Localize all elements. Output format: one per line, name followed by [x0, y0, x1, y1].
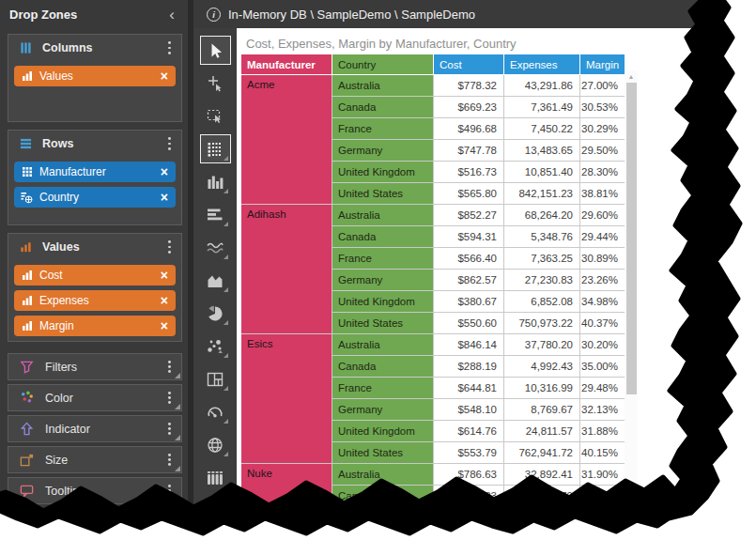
value-cell[interactable]: 32.13% [580, 399, 625, 421]
country-cell[interactable]: Australia [332, 75, 434, 97]
country-cell[interactable]: United States [332, 313, 434, 334]
remove-field-icon[interactable] [160, 165, 169, 178]
field-pill-manufacturer[interactable]: Manufacturer [14, 162, 176, 182]
value-cell[interactable]: 5,348.76 [504, 226, 580, 248]
value-cell[interactable]: $614.76 [434, 421, 504, 442]
field-pill-cost[interactable]: Cost [14, 265, 176, 285]
column-header-expenses[interactable]: Expenses [504, 54, 580, 75]
zone-menu-icon[interactable] [164, 451, 175, 469]
value-cell[interactable]: 40.15% [580, 442, 625, 464]
country-cell[interactable]: Germany [332, 270, 434, 291]
value-cell[interactable]: 29.14% [580, 486, 625, 507]
tool-gauge[interactable] [200, 397, 231, 426]
value-cell[interactable]: 842,151.23 [504, 183, 580, 205]
value-cell[interactable]: 29.48% [580, 378, 625, 399]
value-cell[interactable]: 30.53% [580, 97, 625, 118]
zone-tooltip[interactable]: Tooltip [8, 477, 182, 504]
value-cell[interactable]: 7,450.22 [504, 118, 580, 140]
value-cell[interactable]: $566.40 [434, 248, 504, 270]
value-cell[interactable]: 31.88% [580, 421, 625, 442]
value-cell[interactable]: 27.00% [580, 75, 625, 97]
value-cell[interactable]: 27,230.83 [504, 270, 580, 291]
value-cell[interactable]: 750,973.22 [504, 313, 580, 334]
zone-menu-icon[interactable] [164, 134, 175, 152]
remove-field-icon[interactable] [160, 191, 169, 204]
country-cell[interactable]: Canada [332, 226, 434, 248]
country-cell[interactable]: United States [332, 183, 434, 205]
country-cell[interactable]: Canada [332, 486, 434, 507]
value-cell[interactable]: 7,363.25 [504, 248, 580, 270]
value-cell[interactable]: $594.31 [434, 226, 504, 248]
value-cell[interactable]: $786.63 [434, 464, 504, 486]
zone-filters[interactable]: Filters [8, 353, 182, 380]
column-header-cost[interactable]: Cost [434, 54, 504, 75]
manufacturer-cell[interactable]: Nuke [241, 464, 332, 507]
value-cell[interactable]: 6,852.08 [504, 291, 580, 313]
value-cell[interactable]: $553.79 [434, 442, 504, 464]
country-cell[interactable]: France [332, 248, 434, 270]
value-cell[interactable]: 24,811.57 [504, 421, 580, 442]
value-cell[interactable]: 8,769.67 [504, 399, 580, 421]
value-cell[interactable]: $516.73 [434, 162, 504, 183]
remove-field-icon[interactable] [160, 319, 169, 332]
column-header-margin[interactable]: Margin [580, 54, 625, 75]
value-cell[interactable]: $565.80 [434, 183, 504, 205]
value-cell[interactable]: 10,851.40 [504, 162, 580, 183]
tool-line-chart[interactable] [200, 233, 231, 262]
country-cell[interactable]: France [332, 118, 434, 140]
tool-marquee-select[interactable] [200, 101, 231, 131]
value-cell[interactable]: $496.68 [434, 118, 504, 140]
tool-bar-chart[interactable] [200, 200, 231, 229]
column-header-country[interactable]: Country [332, 54, 434, 75]
value-cell[interactable]: 68,264.20 [504, 205, 580, 226]
field-pill-values[interactable]: Values [14, 66, 176, 86]
zone-menu-icon[interactable] [164, 238, 175, 255]
value-cell[interactable]: $548.10 [434, 399, 504, 421]
tool-treemap[interactable] [200, 364, 231, 393]
value-cell[interactable]: $550.60 [434, 313, 504, 334]
value-cell[interactable]: $288.19 [434, 356, 504, 378]
tool-pointer[interactable] [200, 36, 231, 65]
country-cell[interactable]: Germany [332, 140, 434, 162]
zone-menu-icon[interactable] [164, 39, 175, 56]
value-cell[interactable]: 35.00% [580, 356, 625, 378]
tool-cards[interactable] [200, 463, 231, 492]
value-cell[interactable]: 29.60% [580, 205, 625, 226]
zone-size[interactable]: Size [8, 446, 182, 473]
field-pill-country[interactable]: Country [14, 187, 176, 208]
tool-scatter-chart[interactable] [200, 332, 231, 361]
info-icon[interactable] [207, 8, 221, 22]
country-cell[interactable]: United Kingdom [332, 291, 434, 313]
value-cell[interactable]: 13,483.65 [504, 140, 580, 162]
zone-color[interactable]: Color [8, 384, 182, 411]
tool-pivot-grid[interactable] [200, 134, 231, 163]
value-cell[interactable]: $846.14 [434, 334, 504, 356]
value-cell[interactable]: $380.67 [434, 291, 504, 313]
manufacturer-cell[interactable]: Esics [241, 334, 332, 464]
value-cell[interactable]: $669.23 [434, 97, 504, 118]
remove-field-icon[interactable] [160, 294, 169, 307]
value-cell[interactable]: $852.27 [434, 205, 504, 226]
remove-field-icon[interactable] [160, 269, 169, 282]
value-cell[interactable]: 4,443.79 [504, 486, 580, 507]
country-cell[interactable]: Australia [332, 464, 434, 486]
value-cell[interactable]: 762,941.72 [504, 442, 580, 464]
zone-menu-icon[interactable] [164, 389, 175, 407]
manufacturer-cell[interactable]: Adihash [241, 205, 332, 334]
value-cell[interactable]: $747.78 [434, 140, 504, 162]
value-cell[interactable]: 29.50% [580, 140, 625, 162]
country-cell[interactable]: Australia [332, 334, 434, 356]
value-cell[interactable]: 7,361.49 [504, 97, 580, 118]
country-cell[interactable]: United Kingdom [332, 162, 434, 183]
tool-formula[interactable]: fx [200, 496, 231, 525]
scroll-thumb[interactable] [626, 83, 637, 394]
country-cell[interactable]: United States [332, 442, 434, 464]
value-cell[interactable]: 34.98% [580, 291, 625, 313]
country-cell[interactable]: Germany [332, 399, 434, 421]
tool-geo-map[interactable] [200, 430, 231, 459]
value-cell[interactable]: 32,892.41 [504, 464, 580, 486]
value-cell[interactable]: 30.20% [580, 334, 625, 356]
value-cell[interactable]: $862.57 [434, 270, 504, 291]
remove-field-icon[interactable] [160, 69, 169, 83]
zone-indicator[interactable]: Indicator [8, 415, 182, 442]
